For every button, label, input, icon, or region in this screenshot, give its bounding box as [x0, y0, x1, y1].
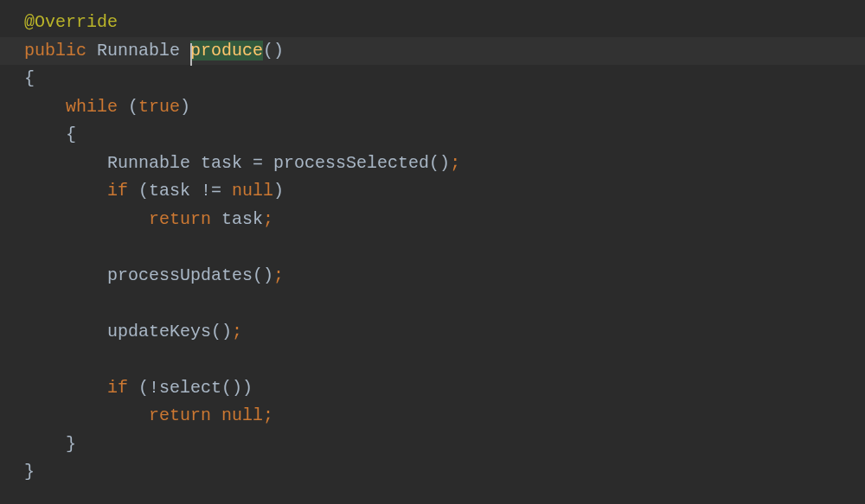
code-line[interactable]: }	[24, 431, 865, 459]
semicolon: ;	[273, 265, 284, 285]
keyword-while: while	[66, 97, 118, 117]
code-line[interactable]: }	[24, 458, 865, 487]
paren: (	[128, 97, 138, 117]
operator-not: !	[149, 378, 159, 398]
code-line[interactable]	[24, 233, 865, 262]
method-call: updateKeys	[107, 322, 211, 341]
return-value: task	[211, 209, 263, 229]
method-name: produce	[190, 41, 263, 61]
keyword-if: if	[107, 181, 128, 201]
parens: ()	[263, 41, 284, 61]
brace-close: }	[66, 434, 76, 454]
semicolon: ;	[232, 322, 242, 341]
var-task: task	[201, 153, 242, 173]
annotation: @Override	[24, 12, 118, 32]
keyword-return: return	[149, 209, 211, 229]
code-line[interactable]: if (!select())	[24, 374, 865, 403]
code-line[interactable]	[24, 290, 865, 318]
brace-open: {	[24, 68, 35, 88]
method-call: processUpdates	[107, 265, 253, 285]
paren: (	[138, 378, 149, 398]
code-editor[interactable]: @Override public Runnable produce() { wh…	[0, 0, 865, 487]
space	[211, 405, 221, 425]
paren: )	[242, 378, 253, 398]
code-line[interactable]: while (true)	[24, 93, 865, 122]
code-line[interactable]: return null;	[24, 402, 865, 431]
code-line-current[interactable]: public Runnable produce()	[0, 37, 865, 66]
code-line[interactable]	[24, 346, 865, 374]
paren: )	[180, 97, 190, 117]
code-line[interactable]: processUpdates();	[24, 262, 865, 290]
operator: !=	[190, 181, 232, 201]
keyword-if: if	[107, 378, 128, 398]
brace-open: {	[66, 124, 76, 144]
keyword-return: return	[149, 405, 211, 425]
method-call: select	[159, 378, 221, 398]
semicolon: ;	[263, 209, 273, 229]
method-call: processSelected	[273, 153, 429, 173]
type-runnable: Runnable	[97, 41, 180, 61]
code-line[interactable]: Runnable task = processSelected();	[24, 150, 865, 178]
code-line[interactable]: @Override	[24, 9, 865, 37]
paren: )	[273, 181, 284, 201]
semicolon: ;	[263, 405, 273, 425]
parens: ()	[253, 265, 273, 285]
parens: ()	[211, 322, 232, 341]
paren: (	[138, 181, 149, 201]
keyword-true: true	[138, 97, 180, 117]
parens: ()	[221, 378, 242, 398]
assign: =	[242, 153, 273, 173]
semicolon: ;	[450, 153, 460, 173]
type-runnable: Runnable	[107, 153, 190, 173]
keyword-null: null	[232, 181, 273, 201]
code-line[interactable]: if (task != null)	[24, 177, 865, 206]
keyword-public: public	[24, 41, 86, 61]
code-line[interactable]: updateKeys();	[24, 318, 865, 347]
brace-close: }	[24, 462, 35, 482]
var-task: task	[149, 181, 190, 201]
text-cursor	[190, 43, 192, 66]
parens: ()	[429, 153, 450, 173]
code-line[interactable]: {	[24, 65, 865, 93]
code-line[interactable]: return task;	[24, 206, 865, 234]
code-line[interactable]: {	[24, 121, 865, 150]
keyword-null: null	[221, 405, 263, 425]
